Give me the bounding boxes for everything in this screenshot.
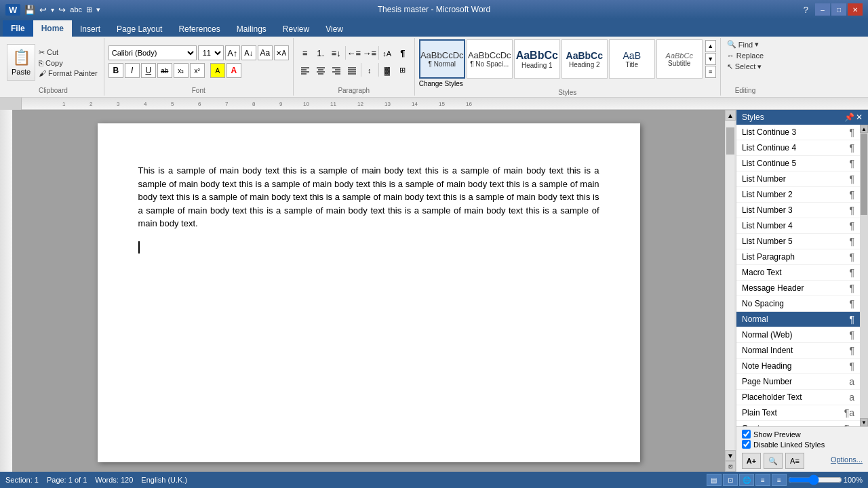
style-nospace-item[interactable]: AaBbCcDc ¶ No Spaci... <box>467 39 513 79</box>
style-normal-item[interactable]: AaBbCcDc ¶ Normal <box>419 39 465 79</box>
quick-save[interactable]: 💾 <box>24 5 35 15</box>
align-left-button[interactable] <box>298 63 313 78</box>
styles-panel-close[interactable]: ✕ <box>856 113 863 122</box>
numbering-button[interactable]: 1. <box>313 46 328 61</box>
format-painter-button[interactable]: 🖌 Format Painter <box>37 68 100 78</box>
text-highlight-button[interactable]: A <box>210 63 225 78</box>
style-subtitle-item[interactable]: AaBbCc Subtitle <box>656 39 703 79</box>
tab-home[interactable]: Home <box>33 20 72 37</box>
show-preview-checkbox[interactable] <box>742 430 751 439</box>
find-button[interactable]: 🔍 Find ▾ <box>725 39 761 49</box>
options-button[interactable]: Options... <box>831 455 863 464</box>
minimize-button[interactable]: – <box>815 3 830 16</box>
justify-button[interactable] <box>344 63 359 78</box>
quick-extra[interactable]: ⊞ <box>86 5 92 14</box>
style-list-item[interactable]: List Continue 3¶ <box>736 125 860 140</box>
underline-button[interactable]: U <box>141 63 156 78</box>
language-status[interactable]: English (U.K.) <box>141 476 187 484</box>
style-list-item[interactable]: List Number 5¶ <box>736 234 860 249</box>
tab-mailings[interactable]: Mailings <box>229 22 275 37</box>
styles-expand[interactable]: ≡ <box>705 66 716 78</box>
scroll-split-button[interactable]: ⊡ <box>725 461 736 472</box>
change-styles-button[interactable]: Change Styles <box>419 80 463 87</box>
scroll-thumb[interactable] <box>726 127 734 155</box>
draft-view-button[interactable]: ≡ <box>772 474 787 486</box>
shading-button[interactable]: ▓ <box>380 63 395 78</box>
style-list-item[interactable]: Macro Text¶ <box>736 265 860 281</box>
style-list-item[interactable]: List Number¶ <box>736 171 860 187</box>
manage-styles-button[interactable]: A≡ <box>785 453 804 469</box>
font-face-selector[interactable]: Calibri (Body) <box>108 45 197 60</box>
tab-page-layout[interactable]: Page Layout <box>108 22 170 37</box>
bullets-button[interactable]: ≡ <box>298 46 313 61</box>
document-body-text[interactable]: This is a sample of main body text this … <box>138 164 599 230</box>
tab-view[interactable]: View <box>317 22 351 37</box>
font-color-button[interactable]: A <box>226 63 241 78</box>
increase-indent-button[interactable]: →≡ <box>362 46 377 61</box>
tab-review[interactable]: Review <box>275 22 317 37</box>
style-list-item[interactable]: Normal Indent¶ <box>736 343 860 359</box>
scroll-down-button[interactable]: ▼ <box>725 450 736 461</box>
tab-references[interactable]: References <box>170 22 228 37</box>
style-list-item[interactable]: Normal¶ <box>736 312 860 327</box>
styles-scroll-up[interactable]: ▲ <box>705 40 716 52</box>
tab-insert[interactable]: Insert <box>72 22 108 37</box>
italic-button[interactable]: I <box>125 63 140 78</box>
multilevel-button[interactable]: ≡↓ <box>329 46 344 61</box>
style-list-item[interactable]: No Spacing¶ <box>736 296 860 312</box>
styles-scroll-down[interactable]: ▼ <box>705 53 716 65</box>
print-view-button[interactable]: ▤ <box>707 474 722 486</box>
styles-panel-pin[interactable]: 📌 <box>844 113 854 122</box>
style-list-item[interactable]: Note Heading¶ <box>736 359 860 374</box>
panel-scroll-thumb[interactable] <box>861 134 867 215</box>
font-grow-button[interactable]: A↑ <box>225 45 240 60</box>
bold-button[interactable]: B <box>108 63 123 78</box>
style-list-item[interactable]: List Number 3¶ <box>736 203 860 218</box>
show-para-button[interactable]: ¶ <box>395 46 410 61</box>
scroll-up-button[interactable]: ▲ <box>725 110 736 121</box>
panel-scroll-down[interactable]: ▼ <box>860 418 868 426</box>
borders-button[interactable]: ⊞ <box>395 63 410 78</box>
new-style-button[interactable]: A+ <box>742 453 761 469</box>
select-button[interactable]: ↖ Select ▾ <box>725 62 764 72</box>
style-h2-item[interactable]: AaBbCc Heading 2 <box>561 39 608 79</box>
align-right-button[interactable] <box>329 63 344 78</box>
quick-arrow[interactable]: ▾ <box>96 5 100 14</box>
style-list-item[interactable]: Plain Text¶a <box>736 405 860 421</box>
web-view-button[interactable]: 🌐 <box>739 474 754 486</box>
paste-button[interactable]: 📋 Paste <box>7 44 35 81</box>
inspect-style-button[interactable]: 🔍 <box>764 453 783 469</box>
tab-file[interactable]: File <box>3 20 33 37</box>
clear-format-button[interactable]: ✕A <box>274 45 289 60</box>
style-list-item[interactable]: Quote¶a <box>736 421 860 426</box>
document-area[interactable]: This is a sample of main body text this … <box>12 110 725 472</box>
quick-undo-arrow[interactable]: ▾ <box>51 6 54 14</box>
zoom-slider[interactable] <box>788 476 842 483</box>
style-list-item[interactable]: List Continue 5¶ <box>736 156 860 171</box>
panel-scroll-up[interactable]: ▲ <box>860 125 868 133</box>
outline-view-button[interactable]: ≡ <box>755 474 770 486</box>
copy-button[interactable]: ⎘ Copy <box>37 58 100 68</box>
style-list-item[interactable]: Normal (Web)¶ <box>736 327 860 343</box>
sort-button[interactable]: ↕A <box>380 46 395 61</box>
line-spacing-button[interactable]: ↕ <box>362 63 377 78</box>
style-title-item[interactable]: AaB Title <box>609 39 655 79</box>
style-h1-item[interactable]: AaBbCc Heading 1 <box>514 39 560 79</box>
fullscreen-view-button[interactable]: ⊡ <box>723 474 738 486</box>
font-shrink-button[interactable]: A↓ <box>241 45 256 60</box>
strikethrough-button[interactable]: ab <box>157 63 172 78</box>
quick-undo[interactable]: ↩ <box>39 5 47 15</box>
close-button[interactable]: ✕ <box>848 3 863 16</box>
disable-linked-checkbox[interactable] <box>742 440 751 449</box>
style-list-item[interactable]: Placeholder Texta <box>736 390 860 405</box>
ruler-corner[interactable] <box>0 98 22 110</box>
cut-button[interactable]: ✂ Cut <box>37 47 100 58</box>
replace-button[interactable]: ↔ Replace <box>725 51 766 60</box>
style-list-item[interactable]: Page Numbera <box>736 374 860 390</box>
style-list-item[interactable]: List Number 4¶ <box>736 218 860 234</box>
maximize-button[interactable]: □ <box>831 3 846 16</box>
style-list-item[interactable]: List Continue 4¶ <box>736 140 860 156</box>
style-list-item[interactable]: List Paragraph¶ <box>736 249 860 265</box>
help-icon[interactable]: ? <box>804 5 808 15</box>
style-list-item[interactable]: Message Header¶ <box>736 281 860 296</box>
